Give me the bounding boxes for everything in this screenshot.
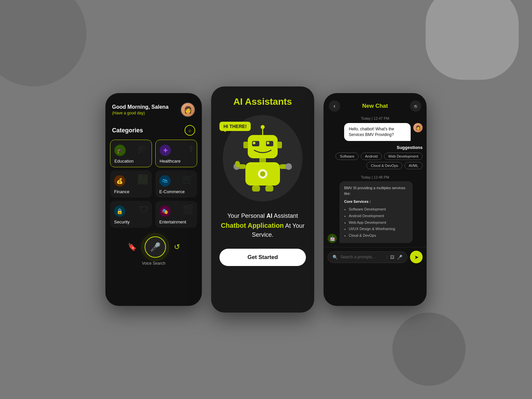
bot-intro-text: BMV SI providing a multiples services li… [344,185,408,197]
user-name: Salena [151,104,169,110]
categories-heading: Categories [112,127,143,134]
user-message-container: Hello, chatbot! What's the Services BMV … [328,123,423,141]
phone2-content: AI Assistants HI THERE! [211,86,314,313]
mic-icon: 🎤 [150,242,161,252]
categories-grid: 🎓 Education 🎓 ✚ Healthcare ⚕ 💰 Finance 💹… [105,140,202,228]
suggestion-aiml[interactable]: AI/ML [404,162,423,169]
get-started-button[interactable]: Get Started [219,249,306,266]
svg-rect-19 [265,186,273,192]
healthcare-label: Healthcare [160,159,181,164]
ecommerce-label: E-Commerce [159,189,185,194]
chat-area: Hello, chatbot! What's the Services BMV … [324,123,427,145]
greeting-section: Good Morning, Salena (Have a good day) [112,104,169,115]
suggestions-label: Suggestions [328,145,423,150]
bot-message-bubble: BMV SI providing a multiples services li… [339,181,413,243]
security-label: Security [114,219,130,224]
svg-point-5 [253,142,255,144]
service-item-5: Cloud & DevOps [349,233,408,239]
education-ghost-icon: 🎓 [137,143,148,154]
category-card-education[interactable]: 🎓 Education 🎓 [110,140,152,167]
svg-point-16 [285,163,292,170]
suggestion-android[interactable]: Android [361,153,382,160]
back-button[interactable]: ‹ [329,100,340,112]
phone-ai-assistants: AI Assistants HI THERE! [211,86,314,313]
bg-decoration-1 [0,0,86,86]
phone1-bottom: 🔖 🎤 ↺ Voice Search [105,230,202,272]
search-icon: 🔍 [332,255,338,260]
phones-container: Good Morning, Salena (Have a good day) 👩… [105,86,427,313]
suggestions-tags: Software Android Web Development Cloud &… [328,153,423,169]
category-card-finance[interactable]: 💰 Finance 💹 [110,171,152,198]
search-input-area[interactable]: 🔍 Search a prompts... | 🖼 🎤 [328,251,407,263]
timestamp-2: Today | 12:48 PM [324,173,427,181]
greeting-prefix: Good Morning, [112,104,151,110]
send-button[interactable]: ➤ [410,251,423,263]
entertainment-label: Entertainment [159,219,186,224]
search-placeholder: Search a prompts... [340,255,384,259]
healthcare-ghost-icon: ⚕ [189,143,194,154]
suggestion-cloud[interactable]: Cloud & DevOps [366,162,402,169]
svg-point-12 [260,171,265,177]
security-icon: 🔒 [114,205,125,217]
tagline-mid: Assistant [272,212,298,219]
user-message-bubble: Hello, chatbot! What's the Services BMV … [344,123,411,141]
input-bar: 🔍 Search a prompts... | 🖼 🎤 ➤ [324,247,427,269]
finance-ghost-icon: 💹 [137,174,149,185]
bg-decoration-3 [392,313,466,386]
svg-point-1 [261,125,265,129]
service-item-3: Web App Development [349,220,408,226]
phone1-header: Good Morning, Salena (Have a good day) 👩 [105,93,202,122]
bookmark-icon[interactable]: 🔖 [128,243,137,251]
tagline-ai: AI [266,212,272,219]
bot-message-container: 🤖 BMV SI providing a multiples services … [324,181,427,246]
svg-rect-18 [252,186,260,192]
voice-search-button[interactable]: 🎤 [145,236,166,258]
category-card-security[interactable]: 🔒 Security 🛡 [110,201,152,228]
greeting-subtitle: (Have a good day) [112,111,169,115]
core-services-heading: Core Services : [344,199,408,205]
education-label: Education [114,159,134,164]
categories-bar: Categories ⌕ [105,122,202,140]
image-icon: 🖼 [390,255,394,260]
education-icon: 🎓 [114,145,126,156]
service-item-1: Software Development [349,206,408,212]
entertainment-ghost-icon: 🎬 [182,204,194,215]
robot-svg [233,122,293,195]
service-item-2: Android Development [349,213,408,219]
services-list: Software Development Android Development… [344,206,408,238]
entertainment-icon: 🎭 [159,205,171,217]
ecommerce-icon: 🛍 [159,175,171,187]
security-ghost-icon: 🛡 [139,204,149,215]
finance-icon: 💰 [114,175,125,187]
bottom-icons-row: 🔖 🎤 ↺ [128,236,180,258]
suggestion-software[interactable]: Software [335,153,358,160]
bg-decoration-2 [426,0,519,80]
ai-assistants-title: AI Assistants [233,96,292,107]
voice-search-label: Voice Search [142,261,166,266]
svg-rect-2 [248,135,278,158]
finance-label: Finance [114,189,129,194]
phone-categories: Good Morning, Salena (Have a good day) 👩… [105,93,202,306]
category-card-entertainment[interactable]: 🎭 Entertainment 🎬 [155,201,197,228]
chat-title: New Chat [362,103,388,109]
category-card-ecommerce[interactable]: 🛍 E-Commerce 🛒 [155,171,197,198]
tagline: Your Personal AI Assistant Chatbot Appli… [218,211,308,239]
category-card-healthcare[interactable]: ✚ Healthcare ⚕ [155,140,197,167]
hi-bubble: HI THERE! [219,122,251,131]
greeting-line: Good Morning, Salena [112,104,169,110]
tagline-green: Chatbot Application [221,222,284,229]
user-avatar-small: 👩 [413,123,423,132]
suggestion-web-development[interactable]: Web Development [384,153,423,160]
svg-point-6 [267,142,269,144]
phone3-header: ‹ New Chat ⎋ [324,93,427,115]
history-icon[interactable]: ↺ [174,243,180,251]
bot-avatar: 🤖 [328,234,337,243]
timestamp-1: Today | 12:47 PM [324,115,427,123]
healthcare-icon: ✚ [160,145,171,156]
phone-chat: ‹ New Chat ⎋ Today | 12:47 PM Hello, cha… [324,93,427,306]
search-icon[interactable]: ⌕ [185,125,195,136]
tagline-start: Your Personal [227,212,266,219]
input-divider: | [386,255,387,259]
share-button[interactable]: ⎋ [410,100,421,112]
suggestions-section: Suggestions Software Android Web Develop… [324,145,427,173]
